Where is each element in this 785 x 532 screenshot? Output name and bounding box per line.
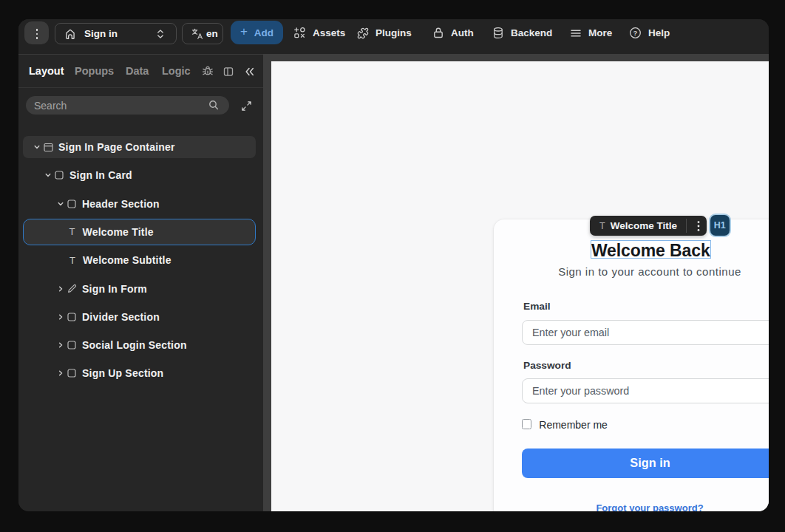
svg-text:?: ?: [633, 29, 638, 37]
